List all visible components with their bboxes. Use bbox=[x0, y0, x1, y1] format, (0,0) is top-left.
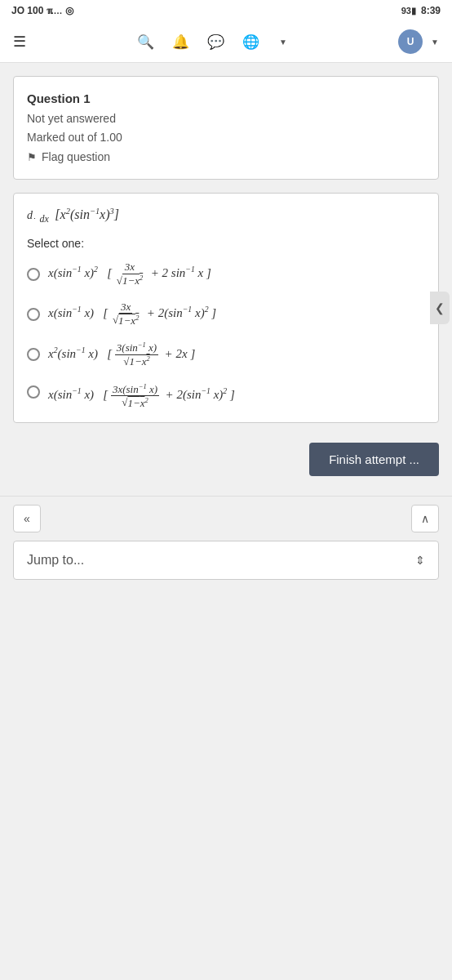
nav-center: 🔍 🔔 💬 🌐 ▼ bbox=[137, 33, 287, 51]
jump-arrows-icon: ⇕ bbox=[415, 554, 425, 567]
status-bar: JO 100 ℼ… ◎ 93▮ 8:39 bbox=[0, 0, 452, 21]
option-d-radio[interactable] bbox=[27, 385, 40, 399]
chat-icon[interactable]: 💬 bbox=[207, 33, 224, 51]
jump-to-label: Jump to... bbox=[27, 553, 84, 568]
up-icon: ∧ bbox=[421, 512, 429, 525]
option-c-row[interactable]: x2(sin−1 x) [ 3(sin−1 x) √1−x2 + 2x ] bbox=[27, 341, 425, 368]
bell-icon[interactable]: 🔔 bbox=[172, 33, 189, 51]
search-icon[interactable]: 🔍 bbox=[137, 33, 154, 51]
carrier-text: JO 100 bbox=[11, 5, 43, 16]
option-b-formula: x(sin−1 x) [ 3x √1−x2 + 2(sin−1 x)2 ] bbox=[48, 301, 216, 327]
derivative-operator: d dx bbox=[27, 209, 51, 221]
signal-text: ℼ… bbox=[47, 6, 62, 16]
nav-right: U ▼ bbox=[398, 29, 439, 54]
finish-row: Finish attempt ... bbox=[13, 436, 439, 483]
option-c-radio[interactable] bbox=[27, 348, 40, 361]
select-one-label: Select one: bbox=[27, 237, 425, 250]
avatar-initial: U bbox=[407, 36, 414, 47]
question-marks: Marked out of 1.00 bbox=[27, 128, 425, 148]
option-a-formula: x(sin−1 x)2 [ 3x √1−x2 + 2 sin−1 x ] bbox=[48, 261, 211, 287]
globe-icon[interactable]: 🌐 bbox=[242, 33, 259, 51]
question-formula: d dx [x2(sin−1x)3] bbox=[27, 207, 425, 225]
question-info-card: Question 1 Not yet answered Marked out o… bbox=[13, 76, 439, 180]
sidebar-toggle[interactable]: ❮ bbox=[430, 292, 450, 324]
option-b-radio[interactable] bbox=[27, 308, 40, 321]
question-number-row: Question 1 bbox=[27, 88, 425, 109]
bottom-nav: « ∧ bbox=[0, 496, 452, 541]
question-status: Not yet answered bbox=[27, 109, 425, 129]
option-c-formula: x2(sin−1 x) [ 3(sin−1 x) √1−x2 + 2x ] bbox=[48, 341, 195, 368]
option-b-row[interactable]: x(sin−1 x) [ 3x √1−x2 + 2(sin−1 x)2 ] bbox=[27, 301, 425, 327]
flag-icon: ⚑ bbox=[27, 149, 37, 167]
avatar[interactable]: U bbox=[398, 29, 423, 54]
question-card: d dx [x2(sin−1x)3] Select one: x(sin−1 x… bbox=[13, 193, 439, 423]
prev-icon: « bbox=[24, 512, 30, 525]
option-a-radio[interactable] bbox=[27, 268, 40, 281]
main-content: Question 1 Not yet answered Marked out o… bbox=[0, 63, 452, 496]
option-d-formula: x(sin−1 x) [ 3x(sin−1 x) √1−x2 + 2(sin−1… bbox=[48, 382, 235, 409]
wifi-icon: ◎ bbox=[65, 5, 73, 16]
finish-attempt-button[interactable]: Finish attempt ... bbox=[309, 443, 439, 476]
avatar-dropdown-arrow[interactable]: ▼ bbox=[431, 38, 439, 47]
flag-row[interactable]: ⚑ Flag question bbox=[27, 148, 425, 167]
status-left: JO 100 ℼ… ◎ bbox=[11, 5, 73, 16]
battery-icon: 93▮ bbox=[401, 6, 416, 16]
question-label: Question bbox=[27, 91, 80, 105]
nav-left: ☰ bbox=[13, 33, 26, 51]
jump-to-bar[interactable]: Jump to... ⇕ bbox=[13, 541, 439, 580]
question-number: 1 bbox=[83, 91, 90, 105]
globe-dropdown-arrow[interactable]: ▼ bbox=[279, 38, 287, 47]
nav-bar: ☰ 🔍 🔔 💬 🌐 ▼ U ▼ bbox=[0, 21, 452, 63]
nav-up-button[interactable]: ∧ bbox=[411, 505, 439, 532]
hamburger-icon[interactable]: ☰ bbox=[13, 33, 26, 51]
time-text: 8:39 bbox=[421, 5, 441, 16]
formula-expression: [x2(sin−1x)3] bbox=[51, 207, 119, 221]
option-d-row[interactable]: x(sin−1 x) [ 3x(sin−1 x) √1−x2 + 2(sin−1… bbox=[27, 382, 425, 409]
status-right: 93▮ 8:39 bbox=[401, 5, 441, 16]
options-list: x(sin−1 x)2 [ 3x √1−x2 + 2 sin−1 x ] x(s… bbox=[27, 261, 425, 409]
option-a-row[interactable]: x(sin−1 x)2 [ 3x √1−x2 + 2 sin−1 x ] bbox=[27, 261, 425, 287]
flag-label: Flag question bbox=[42, 148, 110, 167]
nav-prev-button[interactable]: « bbox=[13, 505, 41, 532]
